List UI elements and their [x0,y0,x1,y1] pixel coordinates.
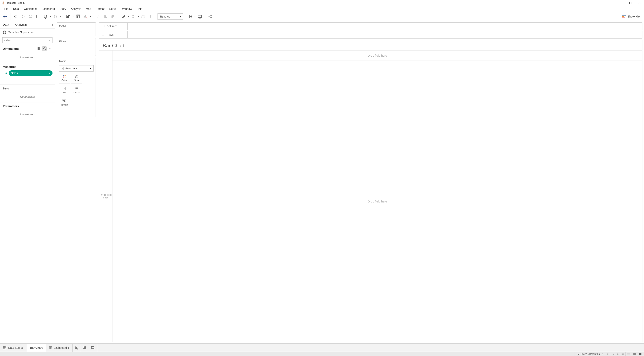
sheet-tab-barchart[interactable]: Bar Chart [27,344,46,352]
menu-help[interactable]: Help [134,6,145,11]
view-grid-icon[interactable] [626,353,631,355]
mark-color-button[interactable]: Color [59,73,70,84]
sort-asc-button[interactable] [102,13,109,20]
highlight-dropdown[interactable]: ▾ [128,13,130,20]
sort-desc-button[interactable] [110,13,116,20]
user-section[interactable]: Issye Margaretha ▼ [574,352,606,356]
columns-shelf[interactable]: Columns [99,22,642,30]
clear-dropdown[interactable]: ▾ [89,13,91,20]
show-me-button[interactable]: Show Me [619,15,642,18]
marks-card: Marks TAutomatic ▾ Color Size T Text [57,58,96,117]
menu-dashboard[interactable]: Dashboard [39,6,58,11]
mark-detail-button[interactable]: Detail [71,85,82,96]
show-cards-button[interactable] [186,13,194,20]
svg-point-69 [63,77,64,78]
drop-columns-area[interactable]: Drop field here [112,50,642,61]
view: Bar Chart Drop field here Drop field her… [99,40,642,342]
clear-search-button[interactable]: ✕ [48,39,51,42]
svg-line-56 [210,17,211,18]
refresh-button[interactable] [52,13,59,20]
menu-dropdown-icon[interactable]: ▾ [48,46,52,51]
field-search-input[interactable]: ✕ [2,37,52,43]
window-close-button[interactable] [635,0,644,6]
labels-button[interactable]: T [140,13,147,20]
new-worksheet-tab-button[interactable] [72,344,81,352]
text-type-icon: T [61,67,64,70]
new-datasource-button[interactable] [34,13,42,20]
menu-server[interactable]: Server [107,6,120,11]
save-button[interactable] [27,13,34,20]
menu-worksheet[interactable]: Worksheet [21,6,39,11]
clear-sheet-button[interactable] [82,13,89,20]
svg-rect-30 [84,16,85,17]
nav-next-button[interactable]: ▶ [616,353,620,356]
pages-card[interactable]: Pages [57,22,96,36]
data-tab[interactable]: Data [0,21,12,28]
refresh-dropdown[interactable]: ▾ [59,13,61,20]
menu-map[interactable]: Map [84,6,94,11]
duplicate-sheet-button[interactable] [74,13,82,20]
rows-shelf[interactable]: Rows [99,31,642,38]
drop-rows-area[interactable]: Drop field here [99,50,112,342]
presentation-button[interactable] [196,13,203,20]
filters-card[interactable]: Filters [57,38,96,56]
field-sales[interactable]: Sales ▾ [9,70,52,76]
datasource-item[interactable]: Sample - Superstore [0,28,55,36]
drop-main-area[interactable]: Drop field here [112,61,642,342]
svg-rect-22 [68,15,69,18]
svg-rect-113 [628,353,629,354]
detail-icon [75,87,78,90]
menu-analysis[interactable]: Analysis [68,6,84,11]
sheet-tab-dashboard1[interactable]: Dashboard 1 [46,344,72,352]
marks-type-select[interactable]: TAutomatic ▾ [59,65,94,72]
pause-dropdown[interactable]: ▾ [49,13,51,20]
share-button[interactable] [207,13,214,20]
new-story-tab-button[interactable] [89,344,97,352]
nav-last-button[interactable]: ⏭ [621,353,624,356]
mark-text-button[interactable]: T Text [59,85,70,96]
menu-story[interactable]: Story [57,6,68,11]
group-dropdown[interactable]: ▾ [137,13,139,20]
sheet-title[interactable]: Bar Chart [99,40,642,50]
view-list-icon[interactable] [37,46,41,51]
tableau-icon[interactable] [2,13,9,20]
new-dashboard-tab-button[interactable] [81,344,89,352]
filters-label: Filters [57,38,96,44]
search-text[interactable] [4,39,48,42]
nav-first-button[interactable]: ⏮ [607,353,610,356]
window-maximize-button[interactable] [626,0,635,6]
window-minimize-button[interactable] [617,0,626,6]
pause-updates-button[interactable] [42,13,49,20]
parameters-header: Parameters [3,104,19,108]
view-filmstrip-icon[interactable] [632,353,636,355]
group-button[interactable] [130,13,137,20]
menu-data[interactable]: Data [11,6,22,11]
field-menu-caret[interactable]: ▾ [49,72,50,74]
dashboard-icon [49,346,52,349]
fit-select[interactable]: Standard ▾ [158,13,183,20]
menubar: File Data Worksheet Dashboard Story Anal… [0,6,644,12]
tooltip-icon [62,99,66,102]
svg-rect-114 [629,353,630,354]
mark-tooltip-button[interactable]: Tooltip [59,97,70,108]
swap-button[interactable] [94,13,102,20]
svg-rect-45 [188,15,189,18]
analytics-tab[interactable]: Analytics ▴▾ [12,21,55,28]
new-worksheet-dropdown[interactable]: ▾ [72,13,74,20]
redo-button[interactable] [20,13,26,20]
undo-button[interactable] [12,13,19,20]
menu-format[interactable]: Format [94,6,107,11]
datasource-tab[interactable]: Data Source [0,344,27,352]
nav-prev-button[interactable]: ◀ [612,353,615,356]
text-icon: T [63,87,66,90]
svg-rect-79 [76,88,77,89]
highlight-button[interactable] [120,13,127,20]
new-worksheet-button[interactable] [64,13,72,20]
cards-dropdown[interactable]: ▾ [194,13,196,20]
menu-file[interactable]: File [2,6,11,11]
mark-size-button[interactable]: Size [71,73,82,84]
view-single-icon[interactable] [638,353,642,355]
menu-window[interactable]: Window [120,6,134,11]
search-icon[interactable] [42,46,46,51]
pin-button[interactable] [147,13,154,20]
